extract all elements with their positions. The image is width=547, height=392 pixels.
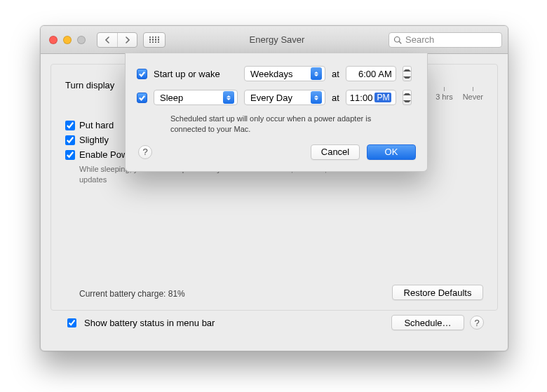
slider-tick: Never — [463, 87, 483, 101]
power-nap-checkbox[interactable] — [65, 150, 75, 160]
stepper-up-icon — [403, 93, 411, 95]
chevron-right-icon — [125, 36, 130, 43]
select-value: Weekdays — [250, 69, 306, 79]
close-window-button[interactable] — [49, 36, 58, 44]
help-button[interactable]: ? — [470, 316, 484, 330]
sheet-help-button[interactable]: ? — [138, 145, 152, 159]
cancel-button[interactable]: Cancel — [311, 144, 360, 160]
at-label: at — [332, 69, 339, 79]
check-icon — [138, 94, 146, 102]
select-value: Sleep — [160, 93, 219, 103]
slider-tick: 3 hrs — [435, 87, 452, 101]
search-placeholder: Search — [405, 34, 434, 45]
grid-icon — [149, 36, 159, 43]
time-period-selected: PM — [374, 93, 391, 102]
sheet-footer: ? Cancel OK — [137, 144, 416, 160]
slightly-label: Slightly — [79, 135, 109, 145]
sleep-row: Sleep Every Day at 11:00 PM — [137, 90, 416, 105]
window-toolbar: Energy Saver Search — [41, 26, 508, 54]
minimize-window-button[interactable] — [63, 36, 72, 44]
help-icon: ? — [142, 147, 147, 157]
put-hard-label: Put hard — [79, 120, 114, 130]
schedule-note: Scheduled start up will only occur when … — [170, 114, 381, 135]
time-value: 11:00 — [350, 93, 373, 103]
select-value: Every Day — [250, 93, 306, 103]
search-field[interactable]: Search — [389, 32, 502, 48]
select-arrows-icon — [311, 67, 322, 80]
traffic-lights — [46, 36, 91, 44]
schedule-sheet: Start up or wake Weekdays at 6:00 AM Sle… — [125, 53, 428, 172]
select-arrows-icon — [223, 91, 234, 104]
sleep-checkbox[interactable] — [137, 93, 147, 103]
restore-defaults-button[interactable]: Restore Defaults — [392, 285, 483, 300]
startup-wake-label: Start up or wake — [154, 69, 238, 79]
sleep-action-select[interactable]: Sleep — [154, 90, 238, 105]
schedule-button[interactable]: Schedule… — [391, 315, 464, 330]
startup-time-field[interactable]: 6:00 AM — [346, 66, 396, 81]
sleep-time-field[interactable]: 11:00 PM — [346, 90, 396, 105]
window-title: Energy Saver — [171, 34, 383, 45]
startup-wake-row: Start up or wake Weekdays at 6:00 AM — [137, 66, 416, 81]
show-all-button[interactable] — [143, 32, 166, 48]
stepper-down-icon — [403, 76, 411, 79]
help-icon: ? — [474, 318, 479, 328]
show-battery-checkbox[interactable] — [67, 318, 76, 327]
svg-point-0 — [395, 36, 400, 42]
chevron-left-icon — [104, 36, 110, 43]
sleep-frequency-select[interactable]: Every Day — [244, 90, 325, 105]
svg-line-1 — [399, 41, 401, 43]
check-icon — [138, 70, 146, 78]
search-icon — [393, 36, 402, 44]
battery-charge-status: Current battery charge: 81% — [79, 289, 185, 299]
startup-wake-checkbox[interactable] — [137, 69, 147, 79]
footer-row: Show battery status in menu bar Schedule… — [50, 311, 498, 330]
stepper-down-icon — [403, 100, 411, 102]
slider-tick-labels: 3 hrs Never — [435, 87, 483, 101]
time-value: 6:00 — [350, 69, 377, 79]
startup-frequency-select[interactable]: Weekdays — [244, 66, 325, 81]
startup-time-stepper[interactable] — [403, 66, 412, 81]
sleep-time-stepper[interactable] — [403, 90, 412, 105]
nav-back-forward — [97, 32, 137, 48]
stepper-up-icon — [403, 69, 411, 72]
show-battery-label: Show battery status in menu bar — [84, 318, 215, 328]
zoom-window-button[interactable] — [77, 36, 86, 44]
ok-button[interactable]: OK — [367, 144, 416, 160]
put-hard-checkbox[interactable] — [65, 121, 75, 130]
nav-forward-button[interactable] — [117, 33, 137, 47]
select-arrows-icon — [311, 91, 322, 104]
time-period: AM — [378, 69, 392, 79]
slightly-checkbox[interactable] — [65, 135, 75, 145]
nav-back-button[interactable] — [97, 33, 117, 47]
at-label: at — [332, 93, 339, 103]
